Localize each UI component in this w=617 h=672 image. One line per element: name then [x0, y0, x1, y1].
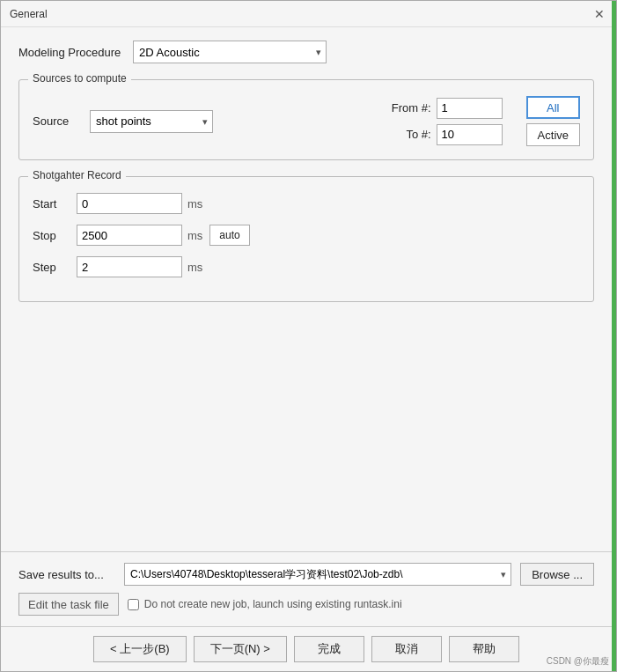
stop-input[interactable]: [77, 225, 182, 246]
checkbox-row: Do not create new job, launch using exis…: [128, 598, 402, 610]
from-input[interactable]: [437, 98, 503, 119]
watermark: CSDN @你最瘦: [547, 655, 609, 668]
source-label: Source: [33, 114, 77, 128]
save-results-row: Save results to... C:\Users\40748\Deskto…: [18, 563, 594, 586]
step-input[interactable]: [77, 256, 182, 277]
sources-row: Source shot points receiver points From …: [33, 96, 580, 146]
prev-button[interactable]: < 上一步(B): [93, 636, 187, 662]
runtask-checkbox-label: Do not create new job, launch using exis…: [144, 598, 402, 610]
edit-task-button[interactable]: Edit the task file: [18, 593, 119, 616]
save-path-wrapper: C:\Users\40748\Desktop\tesseral学习资料\test…: [124, 563, 511, 586]
footer: < 上一步(B) 下一页(N) > 完成 取消 帮助: [1, 626, 616, 671]
main-window: General ✕ Modeling Procedure 2D Acoustic…: [0, 0, 617, 672]
save-results-label: Save results to...: [18, 568, 115, 581]
start-unit: ms: [187, 197, 202, 210]
step-label: Step: [33, 261, 77, 274]
title-bar: General ✕: [1, 1, 616, 27]
window-title: General: [10, 8, 48, 20]
help-button[interactable]: 帮助: [449, 636, 519, 662]
modeling-procedure-select-wrapper: 2D Acoustic 3D Acoustic 2D Elastic: [133, 41, 327, 63]
active-button[interactable]: Active: [526, 123, 580, 146]
stop-unit: ms: [187, 229, 202, 242]
finish-button[interactable]: 完成: [294, 636, 364, 662]
source-select[interactable]: shot points receiver points: [90, 110, 213, 133]
sources-group-title: Sources to compute: [28, 72, 131, 85]
step-unit: ms: [187, 261, 202, 274]
modeling-procedure-select[interactable]: 2D Acoustic 3D Acoustic 2D Elastic: [133, 41, 327, 63]
bottom-section: Save results to... C:\Users\40748\Deskto…: [1, 551, 616, 626]
next-button[interactable]: 下一页(N) >: [194, 636, 287, 662]
close-button[interactable]: ✕: [591, 6, 607, 22]
start-label: Start: [33, 197, 77, 210]
to-label: To #:: [383, 128, 431, 141]
auto-button[interactable]: auto: [209, 225, 249, 246]
start-row: Start ms: [33, 193, 580, 214]
start-input[interactable]: [77, 193, 182, 214]
sources-group-box: Sources to compute Source shot points re…: [18, 79, 594, 160]
shotgather-group-box: Shotgahter Record Start ms Stop ms auto …: [18, 176, 594, 302]
runtask-checkbox[interactable]: [128, 599, 139, 610]
browse-button[interactable]: Browse ...: [520, 563, 594, 586]
from-to-area: From #: To #:: [383, 98, 503, 145]
all-button[interactable]: All: [526, 96, 580, 119]
modeling-procedure-label: Modeling Procedure: [18, 46, 133, 59]
from-row: From #:: [383, 98, 503, 119]
to-row: To #:: [383, 124, 503, 145]
edit-task-row: Edit the task file Do not create new job…: [18, 593, 594, 616]
shotgather-group-title: Shotgahter Record: [28, 169, 126, 181]
stop-row: Stop ms auto: [33, 225, 580, 246]
save-path-select[interactable]: C:\Users\40748\Desktop\tesseral学习资料\test…: [124, 563, 511, 586]
green-accent-strip: [612, 1, 616, 671]
source-select-wrapper: shot points receiver points: [90, 110, 213, 133]
to-input[interactable]: [437, 124, 503, 145]
from-label: From #:: [383, 101, 431, 114]
all-active-area: All Active: [526, 96, 580, 146]
cancel-button[interactable]: 取消: [371, 636, 442, 662]
main-content: Modeling Procedure 2D Acoustic 3D Acoust…: [1, 27, 616, 551]
modeling-procedure-row: Modeling Procedure 2D Acoustic 3D Acoust…: [18, 41, 594, 63]
stop-label: Stop: [33, 229, 77, 242]
step-row: Step ms: [33, 256, 580, 277]
